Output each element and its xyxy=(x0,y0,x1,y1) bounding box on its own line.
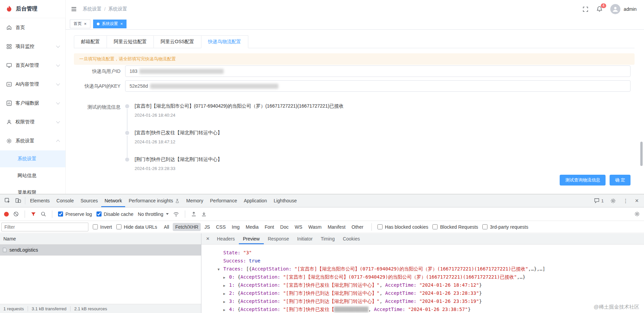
avatar[interactable] xyxy=(610,4,620,14)
expanded-arrow-icon[interactable]: ▼ xyxy=(218,265,223,274)
sidebar-item-client-data[interactable]: 客户端数据 xyxy=(0,94,65,113)
invert-toggle[interactable]: Invert xyxy=(93,224,112,230)
close-icon[interactable]: × xyxy=(84,22,87,26)
preserve-log-checkbox[interactable] xyxy=(58,211,63,217)
sidebar-subitem-system-settings[interactable]: 系统设置 xyxy=(0,150,65,167)
filter-type-js[interactable]: JS xyxy=(202,223,212,231)
throttling-select[interactable]: No throttling xyxy=(138,211,169,217)
detail-tab-timing[interactable]: Timing xyxy=(317,233,339,244)
sidebar-item-permissions[interactable]: 权限管理 xyxy=(0,113,65,132)
test-logistics-button[interactable]: 测试查询物流信息 xyxy=(560,175,606,186)
filter-type-wasm[interactable]: Wasm xyxy=(306,223,324,231)
tab-network[interactable]: Network xyxy=(101,194,125,207)
invert-checkbox[interactable] xyxy=(93,224,98,229)
hide-data-urls-checkbox[interactable] xyxy=(116,224,121,229)
preview-line[interactable]: ▼Traces: [{AcceptStation: "[宜昌市]【湖北当阳市公司… xyxy=(201,265,644,273)
import-har-icon[interactable] xyxy=(191,211,197,217)
filter-type-fetch-xhr[interactable]: Fetch/XHR xyxy=(173,223,200,231)
search-icon[interactable] xyxy=(40,211,46,217)
filter-type-all[interactable]: All xyxy=(162,223,172,231)
filter-type-css[interactable]: CSS xyxy=(214,223,228,231)
collapsed-arrow-icon[interactable]: ▶ xyxy=(223,290,229,298)
third-party-requests-checkbox[interactable] xyxy=(482,224,487,229)
clear-icon[interactable] xyxy=(13,211,19,217)
close-icon[interactable]: × xyxy=(120,22,123,26)
tab-sources[interactable]: Sources xyxy=(77,194,101,207)
sidebar-item-system-settings[interactable]: 系统设置 xyxy=(0,132,65,150)
filter-type-doc[interactable]: Doc xyxy=(278,223,291,231)
filter-type-media[interactable]: Media xyxy=(243,223,261,231)
preview-line[interactable]: ▶1: {AcceptStation: "[宜昌市]快件已发往【湖北荆门转运中心… xyxy=(201,281,644,289)
record-icon[interactable] xyxy=(4,212,9,217)
detail-tab-response[interactable]: Response xyxy=(264,233,293,244)
sidebar-subitem-site-info[interactable]: 网站信息 xyxy=(0,167,65,184)
tab-email-config[interactable]: 邮箱配置 xyxy=(74,35,107,48)
blocked-requests-checkbox[interactable] xyxy=(432,224,438,229)
filter-type-other[interactable]: Other xyxy=(349,223,366,231)
filter-funnel-icon[interactable] xyxy=(31,211,36,217)
sidebar-item-ai-content[interactable]: AI AI内容管理 xyxy=(0,75,65,94)
collapse-sidebar-icon[interactable] xyxy=(71,6,77,12)
device-toolbar-icon[interactable] xyxy=(13,194,24,207)
more-options-icon[interactable]: ⋮ xyxy=(623,198,628,204)
api-key-input[interactable]: 52e258d xyxy=(125,80,631,92)
collapsed-arrow-icon[interactable]: ▶ xyxy=(223,282,229,290)
sidebar-item-home-ai[interactable]: 首页AI管理 xyxy=(0,56,65,75)
inspect-element-icon[interactable] xyxy=(2,194,13,207)
has-blocked-cookies-checkbox[interactable] xyxy=(377,224,383,229)
tab-application[interactable]: Application xyxy=(241,194,271,207)
tab-memory[interactable]: Memory xyxy=(183,194,207,207)
tab-aliyun-sms-config[interactable]: 阿里云短信配置 xyxy=(107,35,154,48)
hide-data-urls-toggle[interactable]: Hide data URLs xyxy=(116,224,157,230)
sidebar-item-project-monitor[interactable]: 项目监控 xyxy=(0,37,65,56)
tag-tab-home[interactable]: 首页 × xyxy=(70,20,90,28)
disable-cache-checkbox[interactable] xyxy=(96,211,102,217)
has-blocked-cookies-toggle[interactable]: Has blocked cookies xyxy=(377,224,428,230)
preview-line[interactable]: ▶3: {AcceptStation: "[荆门市]快件已到达【湖北荆门转运中心… xyxy=(201,297,644,305)
tab-performance[interactable]: Performance xyxy=(207,194,241,207)
network-settings-gear-icon[interactable] xyxy=(634,211,640,217)
collapsed-arrow-icon[interactable]: ▶ xyxy=(223,306,229,313)
preview-line[interactable]: ▶4: {AcceptStation: "[荆门市]快件已发往【████████… xyxy=(201,305,644,313)
sidebar-item-home[interactable]: 首页 xyxy=(0,18,65,37)
disable-cache-toggle[interactable]: Disable cache xyxy=(96,211,134,217)
filter-type-ws[interactable]: WS xyxy=(292,223,305,231)
request-row-sendlogistics[interactable]: sendLogistics xyxy=(0,245,201,256)
blocked-requests-toggle[interactable]: Blocked Requests xyxy=(432,224,478,230)
username[interactable]: admin xyxy=(624,6,637,12)
preview-line[interactable]: ▶2: {AcceptStation: "[荆门市]快件已到达【湖北荆门转运中心… xyxy=(201,289,644,297)
vertical-scrollbar[interactable] xyxy=(640,142,643,166)
devtools-settings-icon[interactable] xyxy=(610,198,616,204)
issues-counter[interactable]: 1 xyxy=(594,198,604,203)
export-har-icon[interactable] xyxy=(201,211,207,217)
tag-tab-system-settings[interactable]: 系统设置 × xyxy=(93,20,127,28)
confirm-button[interactable]: 确 定 xyxy=(610,175,631,186)
tab-lighthouse[interactable]: Lighthouse xyxy=(270,194,300,207)
preview-line[interactable]: ▶0: {AcceptStation: "[宜昌市]【湖北当阳市公司】(0717… xyxy=(201,273,644,281)
sidebar-subitem-menu-permission[interactable]: 菜单权限 xyxy=(0,184,65,194)
fullscreen-icon[interactable] xyxy=(582,6,589,12)
detail-tab-headers[interactable]: Headers xyxy=(213,233,239,244)
collapsed-arrow-icon[interactable]: ▶ xyxy=(223,298,229,306)
detail-tab-initiator[interactable]: Initiator xyxy=(293,233,317,244)
tab-console[interactable]: Console xyxy=(53,194,77,207)
breadcrumb-item[interactable]: 系统设置 xyxy=(83,6,102,12)
detail-tab-cookies[interactable]: Cookies xyxy=(339,233,364,244)
tab-elements[interactable]: Elements xyxy=(27,194,53,207)
detail-tab-preview[interactable]: Preview xyxy=(239,233,264,244)
collapsed-arrow-icon[interactable]: ▶ xyxy=(223,274,229,282)
close-detail-icon[interactable]: × xyxy=(203,235,213,242)
close-devtools-icon[interactable]: × xyxy=(635,197,639,204)
filter-type-img[interactable]: Img xyxy=(229,223,242,231)
tab-aliyun-oss-config[interactable]: 阿里云OSS配置 xyxy=(153,35,201,48)
notification-bell-icon[interactable]: 4 xyxy=(596,6,603,12)
preserve-log-toggle[interactable]: Preserve log xyxy=(58,211,92,217)
filter-type-manifest[interactable]: Manifest xyxy=(325,223,348,231)
filter-input[interactable] xyxy=(1,223,88,231)
tab-kdniao-logistics-config[interactable]: 快递鸟物流配置 xyxy=(201,35,248,48)
request-list-header[interactable]: Name xyxy=(0,233,201,245)
filter-type-font[interactable]: Font xyxy=(262,223,277,231)
network-conditions-icon[interactable] xyxy=(173,211,179,217)
third-party-requests-toggle[interactable]: 3rd-party requests xyxy=(482,224,528,230)
user-id-input[interactable]: 183 xyxy=(125,65,631,77)
